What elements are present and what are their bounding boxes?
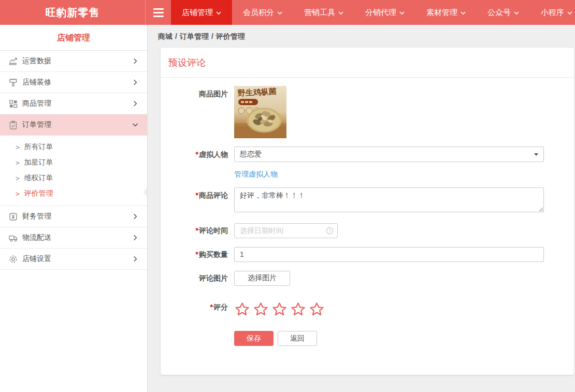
- nav-label: 会员积分: [243, 8, 274, 18]
- chevron-down-icon: [277, 11, 282, 15]
- star-icon[interactable]: [309, 301, 325, 317]
- top-nav: 店铺管理 会员积分 营销工具 分销代理 素材管理 公众号: [171, 0, 575, 25]
- breadcrumb-item-review-management[interactable]: 评价管理: [216, 32, 245, 40]
- comment-label: *商品评论: [171, 187, 228, 203]
- nav-label: 小程序: [541, 8, 564, 18]
- subitem-prefix: >: [16, 190, 20, 198]
- sidebar-item-label: 订单管理: [22, 120, 132, 129]
- subitem-label: 所有订单: [24, 142, 53, 152]
- preset-review-form: 商品图片: [161, 78, 574, 375]
- main-content: 商城/订单管理/评价管理 预设评论 商品图片: [148, 25, 575, 392]
- sidebar-subitem-review-management[interactable]: > 评价管理: [0, 186, 147, 201]
- nav-label: 店铺管理: [182, 8, 213, 18]
- choose-image-button[interactable]: 选择图片: [234, 271, 290, 286]
- nav-item-mini-program[interactable]: 小程序: [530, 0, 575, 25]
- subitem-label: 加星订单: [24, 158, 53, 167]
- quantity-input[interactable]: [234, 247, 544, 262]
- sidebar-item-shop-settings[interactable]: 店铺设置: [0, 249, 147, 270]
- sidebar: 店铺管理 运营数据 店铺装修: [0, 25, 148, 392]
- subitem-label: 评价管理: [24, 189, 53, 198]
- back-button[interactable]: 返回: [278, 331, 317, 346]
- chart-icon: [8, 56, 19, 66]
- sidebar-item-operation-data[interactable]: 运营数据: [0, 51, 147, 72]
- comment-time-input[interactable]: [234, 223, 338, 238]
- comment-time-label: *评论时间: [171, 223, 228, 238]
- form-row-virtual-person: *虚拟人物 想恋爱: [171, 147, 564, 162]
- save-button[interactable]: 保存: [234, 331, 274, 346]
- chevron-down-icon: [514, 11, 519, 15]
- comment-image-label: 评论图片: [171, 270, 228, 286]
- breadcrumb: 商城/订单管理/评价管理: [148, 25, 575, 48]
- order-submenu: > 所有订单 > 加星订单 > 维权订单 > 评价管理: [0, 136, 147, 206]
- nav-item-member-points[interactable]: 会员积分: [232, 0, 293, 25]
- star-icon[interactable]: [290, 301, 306, 317]
- virtual-person-select[interactable]: 想恋爱: [234, 147, 544, 162]
- quantity-label: *购买数量: [171, 246, 228, 262]
- chevron-right-icon: [132, 100, 139, 107]
- nav-item-official-account[interactable]: 公众号: [477, 0, 530, 25]
- subitem-prefix: >: [16, 143, 20, 151]
- sidebar-item-shop-decoration[interactable]: 店铺装修: [0, 72, 147, 93]
- nav-item-material-management[interactable]: 素材管理: [415, 0, 477, 25]
- hamburger-menu-icon[interactable]: [145, 0, 171, 25]
- nav-item-distribution-agent[interactable]: 分销代理: [354, 0, 415, 25]
- chevron-down-icon: [567, 11, 572, 15]
- preset-review-card: 预设评论 商品图片: [161, 48, 574, 375]
- sidebar-item-label: 店铺设置: [22, 254, 132, 264]
- select-caret-icon: [534, 153, 538, 156]
- grid-icon: [8, 98, 19, 109]
- chevron-down-icon: [461, 11, 466, 15]
- manage-virtual-person-link[interactable]: 管理虚拟人物: [234, 170, 278, 178]
- product-image-label: 商品图片: [171, 86, 228, 101]
- breadcrumb-item-order-management[interactable]: 订单管理: [180, 32, 209, 40]
- sidebar-subitem-rights-orders[interactable]: > 维权订单: [0, 170, 147, 186]
- chevron-right-icon: [132, 213, 139, 220]
- top-header: 旺豹新零售 店铺管理 会员积分 营销工具 分销代理 素材管理: [0, 0, 575, 25]
- form-row-comment: *商品评论 好评，非常棒！！！: [171, 187, 564, 214]
- sidebar-item-label: 商品管理: [22, 99, 132, 108]
- chevron-right-icon: [132, 57, 139, 65]
- nav-label: 公众号: [487, 8, 511, 18]
- nav-item-marketing-tools[interactable]: 营销工具: [293, 0, 354, 25]
- nav-item-shop-management[interactable]: 店铺管理: [171, 0, 232, 25]
- sidebar-item-product-management[interactable]: 商品管理: [0, 93, 147, 114]
- breadcrumb-separator: /: [175, 32, 177, 40]
- truck-icon: [8, 233, 19, 243]
- card-title: 预设评论: [161, 48, 574, 78]
- comment-textarea[interactable]: 好评，非常棒！！！: [234, 187, 544, 212]
- virtual-person-selected-value: 想恋爱: [240, 150, 262, 159]
- form-row-quantity: *购买数量: [171, 246, 564, 262]
- star-icon[interactable]: [271, 301, 288, 317]
- sidebar-item-label: 物流配送: [22, 233, 132, 242]
- sidebar-item-label: 财务管理: [22, 212, 132, 221]
- chevron-right-icon: [132, 255, 139, 263]
- sidebar-item-finance-management[interactable]: 财务管理: [0, 206, 147, 227]
- form-row-manage-link: 管理虚拟人物: [234, 169, 564, 179]
- sidebar-title: 店铺管理: [0, 25, 147, 51]
- sidebar-item-label: 店铺装修: [22, 78, 132, 87]
- brush-icon: [8, 77, 19, 88]
- chevron-down-icon: [132, 121, 139, 128]
- form-actions: 保存 返回: [234, 331, 564, 346]
- product-image[interactable]: 野生鸡枞菌: [234, 86, 286, 138]
- breadcrumb-item-mall[interactable]: 商城: [158, 32, 172, 40]
- sidebar-item-order-management[interactable]: 订单管理: [0, 114, 147, 136]
- app-logo[interactable]: 旺豹新零售: [0, 0, 145, 25]
- product-photo-mushrooms: 野生鸡枞菌: [234, 86, 286, 138]
- breadcrumb-separator: /: [211, 32, 213, 40]
- sidebar-subitem-starred-orders[interactable]: > 加星订单: [0, 155, 147, 170]
- nav-label: 分销代理: [365, 8, 396, 18]
- form-row-product-image: 商品图片: [171, 86, 564, 138]
- clipboard-icon: [8, 120, 19, 130]
- active-item-notch: [143, 188, 147, 196]
- subitem-prefix: >: [16, 159, 20, 167]
- star-icon[interactable]: [234, 301, 250, 317]
- yen-icon: [8, 211, 19, 222]
- sidebar-item-label: 运营数据: [22, 56, 132, 66]
- sidebar-subitem-all-orders[interactable]: > 所有订单: [0, 139, 147, 155]
- chevron-right-icon: [132, 234, 139, 241]
- sidebar-item-logistics[interactable]: 物流配送: [0, 227, 147, 249]
- star-icon[interactable]: [253, 301, 269, 317]
- app-root: 旺豹新零售 店铺管理 会员积分 营销工具 分销代理 素材管理: [0, 0, 575, 392]
- clock-icon: [326, 227, 334, 235]
